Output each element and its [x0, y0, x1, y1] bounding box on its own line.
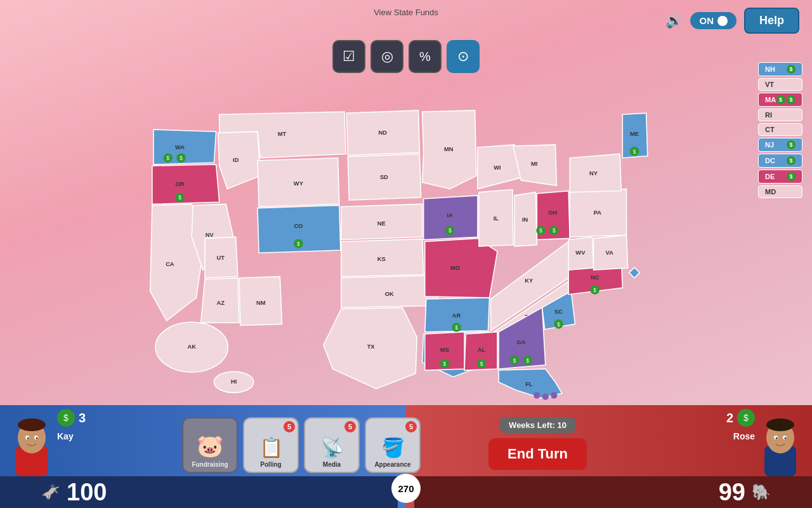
media-button[interactable]: 5 📡 Media — [304, 417, 360, 473]
fundraising-button[interactable]: 🐷 Fundraising — [182, 417, 238, 473]
svg-text:$: $ — [557, 321, 560, 328]
svg-text:$: $ — [297, 241, 300, 247]
svg-point-91 — [785, 438, 787, 439]
rep-score: 99 — [719, 479, 745, 506]
appearance-button[interactable]: 5 🪣 Appearance — [365, 417, 421, 473]
state-nm[interactable] — [239, 277, 282, 326]
ne-state-nh[interactable]: NH $ — [758, 62, 802, 76]
state-or[interactable] — [152, 164, 219, 204]
state-il[interactable] — [479, 190, 513, 246]
state-az[interactable] — [201, 278, 239, 323]
map-area: AK HI WA $ $ OR $ CA NV ID MT WY — [13, 60, 742, 403]
bottom-panel: 🫏 100 99 🐘 270 Kay $ 3 — [0, 405, 812, 508]
rep-party-icon: 🐘 — [752, 483, 771, 501]
svg-text:$: $ — [539, 227, 542, 234]
svg-text:$: $ — [553, 227, 556, 234]
weeks-left-label: Weeks Left: 10 — [500, 417, 575, 433]
svg-point-83 — [27, 438, 29, 439]
polling-label: Polling — [260, 461, 281, 468]
state-in[interactable] — [514, 192, 537, 246]
ne-state-ri[interactable]: RI — [758, 109, 802, 121]
svg-text:$: $ — [480, 361, 483, 367]
help-button[interactable]: Help — [744, 8, 799, 34]
svg-point-64 — [551, 392, 557, 398]
state-hi[interactable] — [214, 371, 253, 392]
svg-text:$: $ — [449, 227, 452, 234]
appearance-label: Appearance — [374, 461, 410, 468]
polling-button[interactable]: 5 📋 Polling — [243, 417, 299, 473]
toolbar-circle-btn[interactable]: ⊙ — [447, 40, 480, 73]
ne-state-dc[interactable]: DC $ — [758, 154, 802, 168]
fundraising-label: Fundraising — [192, 461, 228, 468]
end-turn-button[interactable]: End Turn — [488, 438, 587, 470]
end-turn-panel: Weeks Left: 10 End Turn — [488, 417, 587, 470]
svg-text:$: $ — [178, 194, 181, 201]
dem-character — [3, 411, 60, 478]
ne-state-ma[interactable]: MA $ $ — [758, 93, 802, 107]
svg-point-62 — [534, 392, 540, 398]
svg-text:$: $ — [455, 324, 458, 331]
sound-icon[interactable]: 🔊 — [665, 13, 683, 29]
state-nd[interactable] — [346, 110, 419, 156]
action-buttons-panel: 🐷 Fundraising 5 📋 Polling 5 📡 Media 5 🪣 … — [182, 417, 421, 473]
svg-point-63 — [542, 393, 549, 399]
northeast-states-panel: NH $ VT MA $ $ RI CT NJ $ DC $ DE $ MD — [758, 62, 802, 198]
state-ak[interactable] — [155, 322, 228, 372]
top-right-controls: 🔊 ON Help — [665, 8, 799, 34]
dem-coins: $ 3 — [57, 409, 86, 427]
rep-player-name: Rose — [733, 431, 755, 441]
state-sd[interactable] — [348, 154, 421, 200]
state-wv[interactable] — [568, 237, 593, 270]
dem-coin-count: 3 — [79, 411, 86, 425]
svg-point-80 — [18, 418, 46, 431]
svg-text:$: $ — [166, 155, 169, 161]
svg-point-90 — [776, 438, 778, 439]
media-label: Media — [323, 461, 341, 468]
svg-point-84 — [36, 438, 38, 439]
dem-party-icon: 🫏 — [41, 483, 60, 501]
ne-state-de[interactable]: DE $ — [758, 170, 802, 184]
rep-coins: 2 $ — [726, 409, 755, 427]
state-ny[interactable] — [570, 154, 621, 192]
toolbar-target-btn[interactable]: ◎ — [370, 40, 403, 73]
state-pa[interactable] — [570, 189, 626, 237]
svg-text:$: $ — [593, 287, 596, 293]
svg-text:$: $ — [443, 361, 447, 367]
state-mo[interactable] — [425, 238, 497, 297]
view-state-funds-label: View State Funds — [374, 8, 438, 17]
svg-text:$: $ — [513, 358, 516, 364]
svg-text:$: $ — [633, 149, 636, 155]
state-ok[interactable] — [341, 276, 438, 308]
svg-point-87 — [766, 418, 794, 431]
state-va[interactable] — [594, 235, 628, 270]
dem-score: 100 — [67, 479, 107, 506]
rep-coin-count: 2 — [726, 411, 733, 425]
state-ks[interactable] — [341, 239, 424, 276]
ne-state-ct[interactable]: CT — [758, 123, 802, 136]
state-ut[interactable] — [205, 237, 238, 277]
state-mn[interactable] — [422, 110, 476, 189]
ne-state-vt[interactable]: VT — [758, 78, 802, 91]
electoral-threshold: 270 — [391, 474, 421, 503]
rep-score-bar: 99 🐘 — [414, 476, 812, 508]
state-wy[interactable] — [258, 158, 339, 207]
ne-state-md[interactable]: MD — [758, 185, 802, 198]
toolbar-percent-btn[interactable]: % — [409, 40, 442, 73]
rep-character — [752, 411, 809, 478]
on-toggle[interactable]: ON — [690, 12, 737, 29]
dem-score-bar: 🫏 100 — [0, 476, 398, 508]
dem-player-name: Kay — [57, 431, 74, 441]
ne-state-nj[interactable]: NJ $ — [758, 138, 802, 152]
svg-text:$: $ — [526, 358, 529, 364]
svg-text:$: $ — [180, 155, 183, 161]
state-ne[interactable] — [341, 204, 422, 239]
toolbar-checklist-btn[interactable]: ☑ — [332, 40, 365, 73]
